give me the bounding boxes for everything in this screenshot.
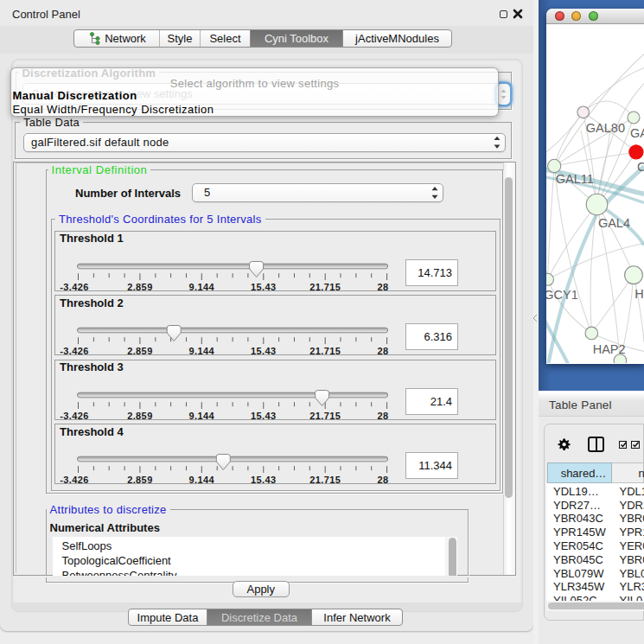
svg-text:C: C <box>637 159 644 173</box>
svg-text:HAP2: HAP2 <box>593 342 626 356</box>
svg-text:GAL4: GAL4 <box>598 216 630 230</box>
svg-text:HI: HI <box>634 287 644 301</box>
svg-text:GAL80: GAL80 <box>586 121 625 135</box>
svg-text:GAL11: GAL11 <box>556 171 594 185</box>
svg-text:GCY1: GCY1 <box>546 287 578 301</box>
svg-text:GA: GA <box>630 125 644 139</box>
